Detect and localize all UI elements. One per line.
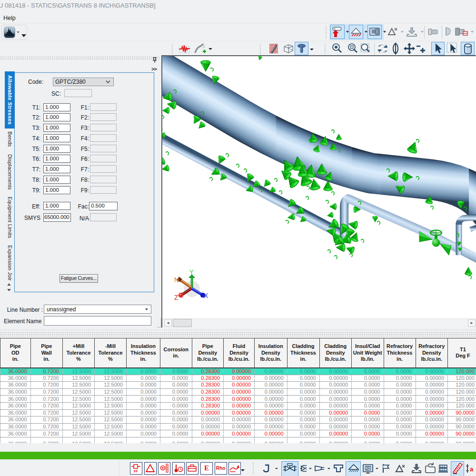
svg-text:Z: Z bbox=[174, 294, 178, 301]
svg-text:X: X bbox=[204, 292, 208, 299]
svg-text:a: a bbox=[470, 466, 474, 473]
svg-text:10: 10 bbox=[133, 469, 138, 473]
svg-text:N: N bbox=[174, 276, 179, 284]
svg-text:Y: Y bbox=[189, 268, 194, 276]
